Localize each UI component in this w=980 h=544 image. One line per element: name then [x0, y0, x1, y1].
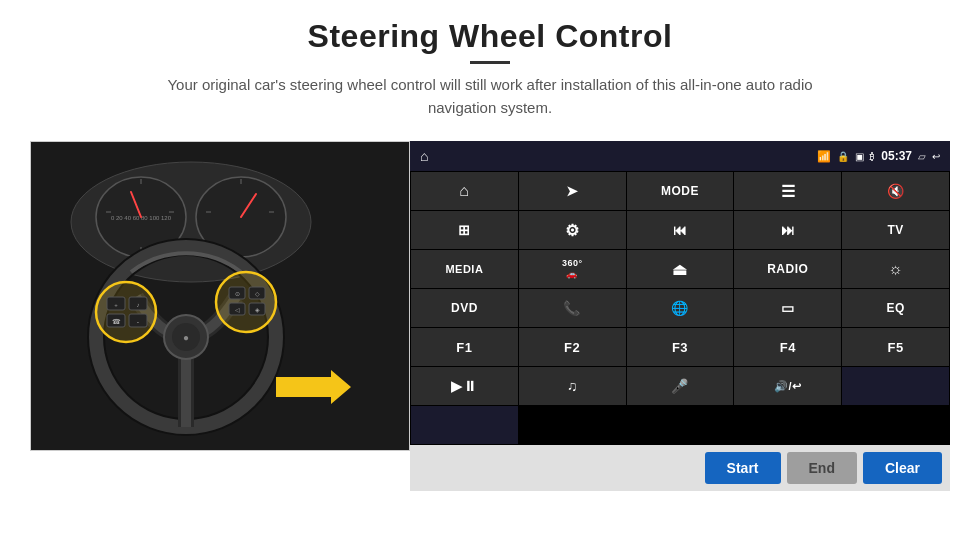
svg-text:♪: ♪ — [137, 302, 140, 308]
svg-point-19 — [96, 282, 156, 342]
screen-btn[interactable]: ▭ — [734, 289, 841, 327]
svg-text:◈: ◈ — [255, 307, 260, 313]
eject-btn[interactable]: ⏏ — [627, 250, 734, 288]
home-btn[interactable]: ⌂ — [411, 172, 518, 210]
wifi-icon: 📶 — [817, 150, 831, 163]
control-panel: ⌂ 📶 🔒 ▣ ₿ 05:37 ▱ ↩ ⌂ ➤ MODE ☰ — [410, 141, 950, 491]
page-title: Steering Wheel Control — [140, 18, 840, 55]
f4-btn[interactable]: F4 — [734, 328, 841, 366]
mic-btn[interactable]: 🎤 — [627, 367, 734, 405]
bluetooth-icon: ₿ — [870, 151, 875, 162]
status-right: 📶 🔒 ▣ ₿ 05:37 ▱ ↩ — [817, 149, 940, 163]
svg-point-28 — [216, 272, 276, 332]
page-container: Steering Wheel Control Your original car… — [0, 0, 980, 544]
gps-btn[interactable]: 🌐 — [627, 289, 734, 327]
bottom-bar: Start End Clear — [410, 445, 950, 491]
empty-r6c4 — [842, 367, 949, 405]
svg-text:●: ● — [183, 332, 189, 343]
status-left: ⌂ — [420, 148, 428, 164]
f1-btn[interactable]: F1 — [411, 328, 518, 366]
back-icon: ↩ — [932, 151, 940, 162]
title-divider — [470, 61, 510, 64]
phone-btn[interactable]: 📞 — [519, 289, 626, 327]
status-bar: ⌂ 📶 🔒 ▣ ₿ 05:37 ▱ ↩ — [410, 141, 950, 171]
screen-icon: ▱ — [918, 151, 926, 162]
music-btn[interactable]: ♫ — [519, 367, 626, 405]
prev-btn[interactable]: ⏮ — [627, 211, 734, 249]
nav-btn[interactable]: ➤ — [519, 172, 626, 210]
apps-btn[interactable]: ⊞ — [411, 211, 518, 249]
content-area: 0 20 40 60 80 100 120 — [30, 141, 950, 491]
radio-btn[interactable]: RADIO — [734, 250, 841, 288]
sim-icon: ▣ — [855, 151, 864, 162]
tv-btn[interactable]: TV — [842, 211, 949, 249]
lock-icon: 🔒 — [837, 151, 849, 162]
subtitle-text: Your original car's steering wheel contr… — [140, 74, 840, 119]
start-button[interactable]: Start — [705, 452, 781, 484]
svg-text:◇: ◇ — [255, 291, 260, 297]
f3-btn[interactable]: F3 — [627, 328, 734, 366]
steering-wheel-svg: 0 20 40 60 80 100 120 — [31, 142, 410, 451]
end-button[interactable]: End — [787, 452, 857, 484]
title-section: Steering Wheel Control Your original car… — [140, 18, 840, 119]
playpause-btn[interactable]: ▶⏸ — [411, 367, 518, 405]
empty-r6c5 — [411, 406, 518, 444]
mode-btn[interactable]: MODE — [627, 172, 734, 210]
button-grid: ⌂ ➤ MODE ☰ 🔇 ⊞ ⚙ ⏮ ⏭ TV MEDIA 360°🚗 ⏏ RA… — [410, 171, 950, 445]
clear-button[interactable]: Clear — [863, 452, 942, 484]
svg-text:☎: ☎ — [112, 318, 121, 325]
media-btn[interactable]: MEDIA — [411, 250, 518, 288]
svg-text:⊙: ⊙ — [235, 291, 240, 297]
home-status-icon: ⌂ — [420, 148, 428, 164]
mute-btn[interactable]: 🔇 — [842, 172, 949, 210]
list-btn[interactable]: ☰ — [734, 172, 841, 210]
brightness-btn[interactable]: ☼ — [842, 250, 949, 288]
f2-btn[interactable]: F2 — [519, 328, 626, 366]
eq-btn[interactable]: EQ — [842, 289, 949, 327]
vol-phone-btn[interactable]: 🔊/↩ — [734, 367, 841, 405]
status-time: 05:37 — [881, 149, 912, 163]
svg-text:◁: ◁ — [235, 307, 240, 313]
steering-wheel-image: 0 20 40 60 80 100 120 — [30, 141, 410, 451]
f5-btn[interactable]: F5 — [842, 328, 949, 366]
svg-text:+: + — [114, 302, 118, 308]
cam360-btn[interactable]: 360°🚗 — [519, 250, 626, 288]
next-btn[interactable]: ⏭ — [734, 211, 841, 249]
dvd-btn[interactable]: DVD — [411, 289, 518, 327]
settings-btn[interactable]: ⚙ — [519, 211, 626, 249]
